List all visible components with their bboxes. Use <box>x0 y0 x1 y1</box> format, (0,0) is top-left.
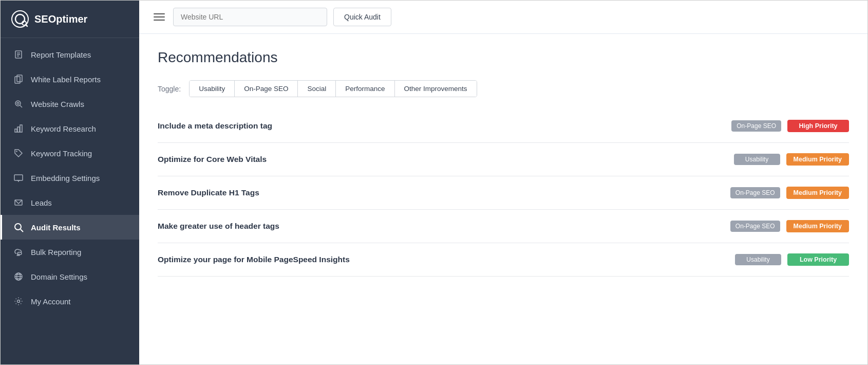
hamburger-line-3 <box>154 20 165 21</box>
category-badge: Usability <box>734 154 780 165</box>
recommendation-title: Remove Duplicate H1 Tags <box>158 188 724 197</box>
recommendation-title: Optimize for Core Web Vitals <box>158 155 728 164</box>
svg-point-22 <box>17 252 22 255</box>
hamburger-line-1 <box>154 13 165 14</box>
recommendation-title: Optimize your page for Mobile PageSpeed … <box>158 255 729 264</box>
sidebar-label-report-templates: Report Templates <box>31 50 91 59</box>
tag-icon <box>13 148 24 158</box>
sidebar-item-my-account[interactable]: My Account <box>1 289 139 314</box>
recommendation-title: Make greater use of header tags <box>158 222 724 231</box>
toggle-tabs: Usability On-Page SEO Social Performance… <box>189 80 477 97</box>
logo-area: SEOptimer <box>1 1 139 38</box>
sidebar-label-embedding-settings: Embedding Settings <box>31 174 100 182</box>
priority-badge: Medium Priority <box>786 220 849 232</box>
tab-on-page-seo[interactable]: On-Page SEO <box>235 81 298 97</box>
hamburger-line-2 <box>154 16 165 17</box>
recommendation-row[interactable]: Include a meta description tagOn-Page SE… <box>158 110 849 143</box>
gear-icon <box>13 296 24 306</box>
copy-icon <box>13 74 24 84</box>
svg-rect-8 <box>15 77 20 83</box>
svg-point-10 <box>17 102 19 104</box>
category-badge: On-Page SEO <box>730 221 780 232</box>
svg-rect-16 <box>14 175 23 180</box>
toggle-row: Toggle: Usability On-Page SEO Social Per… <box>158 80 849 97</box>
sidebar-item-report-templates[interactable]: Report Templates <box>1 42 139 67</box>
svg-point-20 <box>15 224 21 230</box>
url-input[interactable] <box>173 8 327 26</box>
bar-chart-icon <box>13 123 24 134</box>
sidebar-item-leads[interactable]: Leads <box>1 190 139 215</box>
svg-point-28 <box>17 300 20 303</box>
logo-text: SEOptimer <box>34 13 87 25</box>
search-circle-icon <box>13 99 24 109</box>
svg-point-15 <box>16 151 17 152</box>
category-badge: Usability <box>735 254 781 265</box>
priority-badge: High Priority <box>787 120 849 132</box>
sidebar-item-keyword-research[interactable]: Keyword Research <box>1 116 139 141</box>
hamburger-button[interactable] <box>152 11 167 23</box>
sidebar-item-embedding-settings[interactable]: Embedding Settings <box>1 166 139 190</box>
svg-line-2 <box>26 25 27 26</box>
sidebar-item-website-crawls[interactable]: Website Crawls <box>1 92 139 116</box>
tab-social[interactable]: Social <box>298 81 336 97</box>
quick-audit-button[interactable]: Quick Audit <box>333 8 391 26</box>
sidebar-navigation: Report Templates White Label Reports We <box>1 38 139 364</box>
monitor-icon <box>13 173 24 183</box>
svg-rect-13 <box>17 127 20 132</box>
priority-badge: Medium Priority <box>786 153 849 166</box>
category-badge: On-Page SEO <box>731 120 781 132</box>
sidebar-label-leads: Leads <box>31 198 52 207</box>
sidebar-label-domain-settings: Domain Settings <box>31 272 87 281</box>
sidebar-label-my-account: My Account <box>31 297 71 306</box>
recommendation-row[interactable]: Optimize your page for Mobile PageSpeed … <box>158 243 849 277</box>
recommendation-row[interactable]: Optimize for Core Web VitalsUsabilityMed… <box>158 143 849 176</box>
content-area: Recommendations Toggle: Usability On-Pag… <box>139 34 867 364</box>
logo-icon <box>11 10 29 28</box>
recommendations-list: Include a meta description tagOn-Page SE… <box>158 110 849 277</box>
priority-badge: Low Priority <box>787 253 849 266</box>
sidebar-label-bulk-reporting: Bulk Reporting <box>31 248 81 257</box>
priority-badge: Medium Priority <box>786 187 849 199</box>
category-badge: On-Page SEO <box>730 187 780 198</box>
cloud-icon <box>13 247 24 257</box>
svg-rect-12 <box>15 129 17 132</box>
sidebar: SEOptimer Report Templates <box>1 1 139 364</box>
sidebar-label-website-crawls: Website Crawls <box>31 100 84 108</box>
toggle-label: Toggle: <box>158 85 181 93</box>
tab-performance[interactable]: Performance <box>336 81 394 97</box>
sidebar-item-white-label-reports[interactable]: White Label Reports <box>1 67 139 92</box>
search-icon <box>13 222 24 232</box>
sidebar-label-audit-results: Audit Results <box>31 223 81 232</box>
sidebar-label-white-label-reports: White Label Reports <box>31 75 101 84</box>
sidebar-item-domain-settings[interactable]: Domain Settings <box>1 264 139 289</box>
recommendation-title: Include a meta description tag <box>158 121 725 131</box>
mail-icon <box>13 197 24 208</box>
svg-point-9 <box>15 101 21 106</box>
recommendation-row[interactable]: Make greater use of header tagsOn-Page S… <box>158 210 849 243</box>
svg-line-21 <box>21 229 23 232</box>
sidebar-item-audit-results[interactable]: Audit Results <box>1 215 139 240</box>
svg-line-11 <box>20 105 22 107</box>
header: Quick Audit <box>139 1 867 34</box>
sidebar-item-keyword-tracking[interactable]: Keyword Tracking <box>1 141 139 166</box>
page-title: Recommendations <box>158 49 849 66</box>
file-icon <box>13 49 24 60</box>
recommendation-row[interactable]: Remove Duplicate H1 TagsOn-Page SEOMediu… <box>158 176 849 210</box>
sidebar-item-bulk-reporting[interactable]: Bulk Reporting <box>1 240 139 264</box>
sidebar-label-keyword-research: Keyword Research <box>31 124 96 133</box>
main-area: Quick Audit Recommendations Toggle: Usab… <box>139 1 867 364</box>
svg-rect-7 <box>17 75 22 82</box>
tab-other-improvements[interactable]: Other Improvements <box>395 81 477 97</box>
sidebar-label-keyword-tracking: Keyword Tracking <box>31 149 92 158</box>
svg-rect-14 <box>20 125 22 132</box>
globe-icon <box>13 271 24 282</box>
tab-usability[interactable]: Usability <box>190 81 235 97</box>
